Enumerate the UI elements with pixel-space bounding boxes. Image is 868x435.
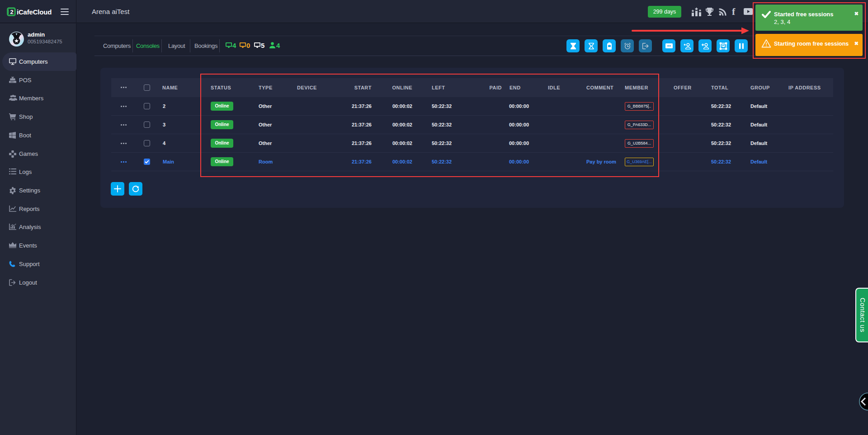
svg-text:2: 2 [10,9,13,15]
